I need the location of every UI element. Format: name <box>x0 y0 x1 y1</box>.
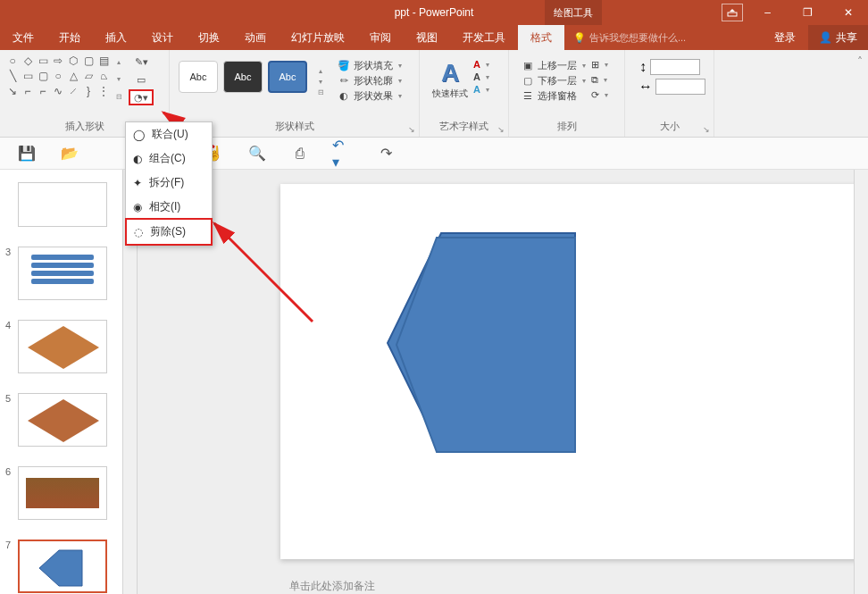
style-preset-3[interactable]: Abc <box>268 61 307 93</box>
tell-me-search[interactable]: 💡 告诉我您想要做什么... <box>573 31 686 45</box>
login-button[interactable]: 登录 <box>762 30 808 46</box>
text-outline-button[interactable]: A▾ <box>473 71 489 82</box>
tab-review[interactable]: 审阅 <box>357 25 404 50</box>
shape-roundrect-icon[interactable]: ▢ <box>36 69 50 83</box>
shape-diamond-icon[interactable]: ◇ <box>21 54 35 68</box>
size-dialog-launcher[interactable]: ↘ <box>701 124 712 135</box>
text-fill-button[interactable]: A▾ <box>473 59 489 70</box>
shape-outline-button[interactable]: ✏ 形状轮廓 ▾ <box>338 74 402 88</box>
merge-subtract[interactable]: ◌ 剪除(S) <box>127 220 211 244</box>
height-input[interactable] <box>650 59 700 75</box>
bring-forward-button[interactable]: ▣ 上移一层 ▾ <box>522 59 586 72</box>
align-button[interactable]: ⊞▾ <box>591 59 608 71</box>
notes-placeholder[interactable]: 单击此处添加备注 <box>289 579 375 594</box>
style-preset-2[interactable]: Abc <box>223 61 263 93</box>
slide-thumb-3[interactable]: 3 <box>0 243 122 316</box>
style-preset-1[interactable]: Abc <box>179 61 218 93</box>
shape-trapezoid-icon[interactable]: ⏢ <box>96 69 111 83</box>
union-icon: ◯ <box>133 129 145 141</box>
tab-insert[interactable]: 插入 <box>93 25 139 50</box>
minimize-button[interactable]: – <box>747 0 788 25</box>
quick-print-button[interactable]: ⎙ <box>289 143 311 164</box>
shapes-gallery[interactable]: ○ ◇ ▭ ⇨ ⬡ ▢ ▤ ╲ ▭ ▢ ○ △ ▱ ⏢ ↘ ⌐ ⌐ ∿ ⟋ } <box>5 54 111 105</box>
collapse-ribbon-button[interactable]: ˄ <box>857 55 863 68</box>
align-icon: ⊞ <box>591 59 599 71</box>
shape-curve-icon[interactable]: ∿ <box>51 84 65 98</box>
shape-brace-icon[interactable]: } <box>81 84 96 98</box>
slide-canvas[interactable] <box>280 184 868 559</box>
tab-developer[interactable]: 开发工具 <box>450 25 518 50</box>
merge-union[interactable]: ◯ 联合(U) <box>126 122 212 146</box>
tab-home[interactable]: 开始 <box>46 25 93 50</box>
shape-connector2-icon[interactable]: ⌐ <box>21 84 35 98</box>
share-button[interactable]: 👤 共享 <box>808 25 868 50</box>
rotate-button[interactable]: ⟳▾ <box>591 89 608 101</box>
ribbon-display-options-icon[interactable] <box>722 4 743 21</box>
shape-rect-icon[interactable]: ▭ <box>36 54 50 68</box>
send-backward-button[interactable]: ▢ 下移一层 ▾ <box>522 74 586 88</box>
vertical-scrollbar[interactable] <box>854 170 868 594</box>
group-label-size: 大小 <box>630 120 708 135</box>
tab-design[interactable]: 设计 <box>139 25 186 50</box>
tab-file[interactable]: 文件 <box>0 25 46 50</box>
shape-fill-button[interactable]: 🪣 形状填充 ▾ <box>338 59 402 72</box>
selection-pane-label: 选择窗格 <box>538 89 577 103</box>
slide-thumb-6[interactable]: 6 <box>0 463 122 536</box>
text-box-button[interactable]: ▭ <box>129 71 154 88</box>
slide-thumbnail-panel[interactable]: 3 4 5 6 <box>0 170 123 594</box>
tab-animation[interactable]: 动画 <box>232 25 279 50</box>
shape-hex-icon[interactable]: ⬡ <box>66 54 80 68</box>
merge-combine[interactable]: ◐ 组合(C) <box>126 146 212 171</box>
shape-parallelogram-icon[interactable]: ▱ <box>81 69 96 83</box>
merge-intersect[interactable]: ◉ 相交(I) <box>126 195 212 219</box>
shape-circle-icon[interactable]: ○ <box>51 69 65 83</box>
group-button[interactable]: ⧉▾ <box>591 74 608 86</box>
open-button[interactable]: 📂 <box>59 143 80 164</box>
selection-pane-button[interactable]: ☰ 选择窗格 <box>522 89 586 103</box>
text-effects-button[interactable]: A▾ <box>473 84 489 95</box>
tab-view[interactable]: 视图 <box>404 25 450 50</box>
fill-icon: 🪣 <box>338 60 350 72</box>
shape-style-gallery[interactable]: Abc Abc Abc ▴ ▾ ⊟ <box>175 54 330 103</box>
shape-textbox-icon[interactable]: ▤ <box>96 54 111 68</box>
wordart-dialog-launcher[interactable]: ↘ <box>496 124 506 135</box>
shape-styles-dialog-launcher[interactable]: ↘ <box>406 124 417 135</box>
slide-thumb-4[interactable]: 4 <box>0 316 122 389</box>
print-preview-button[interactable]: 🔍 <box>246 143 268 164</box>
shape-arrow-icon[interactable]: ⇨ <box>51 54 65 68</box>
redo-button[interactable]: ↷ <box>375 143 396 164</box>
shape-oval-icon[interactable]: ○ <box>5 54 20 68</box>
shape-rect2-icon[interactable]: ▢ <box>81 54 96 68</box>
shape-more-icon[interactable]: ⋮ <box>96 84 111 98</box>
wordart-quick-label: 快速样式 <box>432 88 468 100</box>
slide-thumb-7[interactable]: 7 <box>0 536 122 594</box>
tab-format[interactable]: 格式 <box>518 25 564 50</box>
shapes-more[interactable]: ⊟ <box>113 91 125 102</box>
merge-shapes-button[interactable]: ◔▾ <box>129 89 154 105</box>
shapes-scroll-down[interactable]: ▾ <box>113 74 125 85</box>
shape-rect3-icon[interactable]: ▭ <box>21 69 35 83</box>
shape-freeform-icon[interactable]: ⟋ <box>66 84 80 98</box>
shape-line-icon[interactable]: ╲ <box>5 69 20 83</box>
annotation-arrow-2 <box>205 214 321 330</box>
style-scroll-down[interactable]: ▾ <box>314 77 327 88</box>
shape-connector3-icon[interactable]: ⌐ <box>36 84 50 98</box>
shape-connector1-icon[interactable]: ↘ <box>5 84 20 98</box>
slide-thumb-blank[interactable] <box>0 179 122 243</box>
style-scroll-up[interactable]: ▴ <box>314 66 327 77</box>
save-button[interactable]: 💾 <box>16 143 38 164</box>
merge-fragment[interactable]: ✦ 拆分(F) <box>126 171 212 195</box>
tab-slideshow[interactable]: 幻灯片放映 <box>279 25 357 50</box>
restore-button[interactable]: ❐ <box>788 0 828 25</box>
shapes-scroll-up[interactable]: ▴ <box>113 57 125 68</box>
undo-button[interactable]: ↶ ▾ <box>332 143 354 164</box>
close-button[interactable]: ✕ <box>828 0 868 25</box>
tab-transition[interactable]: 切换 <box>186 25 232 50</box>
width-input[interactable] <box>655 79 705 95</box>
wordart-quick-style-icon[interactable]: A <box>441 59 459 88</box>
slide-thumb-5[interactable]: 5 <box>0 389 122 463</box>
edit-shape-button[interactable]: ✎▾ <box>129 54 154 70</box>
shape-effects-button[interactable]: ◐ 形状效果 ▾ <box>338 89 402 103</box>
style-more[interactable]: ⊟ <box>314 88 327 98</box>
shape-triangle-icon[interactable]: △ <box>66 69 80 83</box>
